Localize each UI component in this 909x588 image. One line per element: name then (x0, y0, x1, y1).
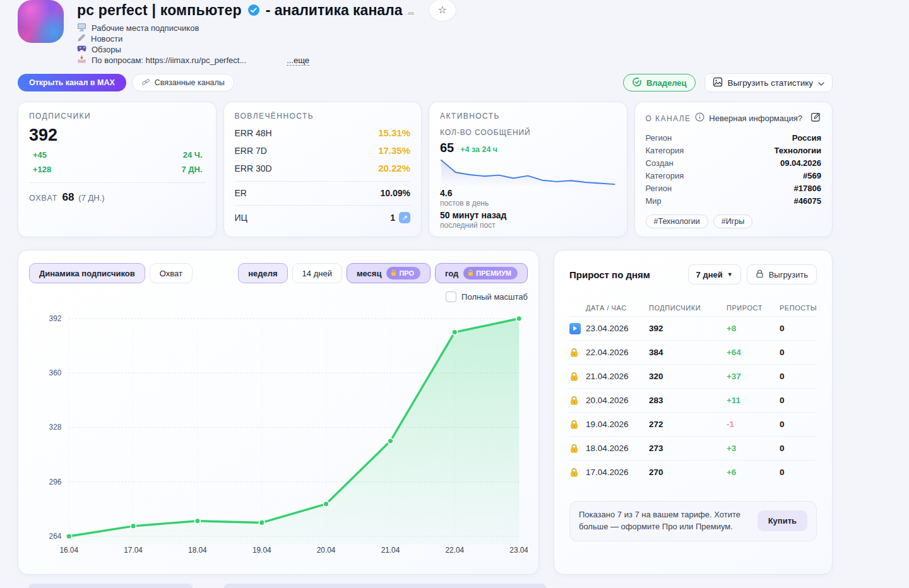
subscribers-card: ПОДПИСЧИКИ 392 +45 24 Ч. +128 7 ДН. ОХВА… (18, 102, 217, 237)
page: pc perfect | компьютер - аналитика канал… (0, 0, 909, 588)
posts-per-day-value: 4.6 (440, 188, 616, 198)
svg-text:328: 328 (49, 423, 62, 432)
delta-24h-row: +45 24 Ч. (29, 150, 205, 160)
stat-cards-row: ПОДПИСЧИКИ 392 +45 24 Ч. +128 7 ДН. ОХВА… (18, 102, 833, 237)
tag-games[interactable]: #Игры (713, 215, 752, 228)
row-growth: +11 (727, 396, 780, 405)
table-row: 22.04.2026 384 +64 0 (569, 340, 817, 364)
owner-badge: Владелец (623, 74, 696, 91)
delta-7d-row: +128 7 ДН. (29, 165, 205, 174)
about-value: Россия (792, 133, 821, 143)
monitor-icon (77, 23, 86, 33)
tag-technology[interactable]: #Технологии (646, 215, 708, 228)
premium-badge-label: ПРЕМИУМ (476, 269, 511, 277)
metric-label: ERR 48H (235, 128, 272, 138)
metric-label: ИЦ (235, 213, 247, 223)
activity-card: АКТИВНОСТЬ КОЛ-ВО СООБЩЕНИЙ 65 +4 за 24 … (429, 102, 627, 237)
svg-text:360: 360 (49, 368, 62, 377)
lock-icon[interactable] (569, 420, 586, 430)
period-14days-button[interactable]: 14 дней (292, 263, 342, 283)
image-icon (713, 77, 723, 89)
lock-icon[interactable] (569, 348, 586, 358)
row-date: 18.04.2026 (586, 444, 649, 453)
delta-24h-label: 24 Ч. (183, 150, 203, 160)
period-month-label: месяц (357, 269, 381, 278)
lock-icon (391, 269, 396, 278)
daily-growth-panel: Прирост по дням 7 дней ▼ Выгрузить ДАТА … (554, 250, 833, 575)
delta-24h-value: +45 (33, 150, 47, 160)
card-title: О КАНАЛЕ (646, 114, 691, 123)
column-date: ДАТА / ЧАС (586, 304, 649, 312)
next-section-stub (224, 584, 546, 588)
table-row: 23.04.2026 392 +8 0 (569, 316, 817, 340)
er-row: ER 10.09% (235, 188, 411, 198)
report-wrong-info-link[interactable]: Неверная информация? (709, 114, 802, 123)
trend-up-link[interactable]: ↗ (399, 212, 410, 223)
about-label: Создан (646, 158, 674, 168)
row-subscribers: 384 (649, 348, 727, 357)
about-row: Мир#46075 (646, 194, 822, 207)
lock-icon[interactable] (569, 444, 586, 454)
period-month-button[interactable]: месяц ПРО (347, 263, 431, 283)
tab-subscribers-dynamics[interactable]: Динамика подписчиков (29, 263, 145, 283)
verified-icon (247, 4, 260, 16)
subscribers-chart-panel: Динамика подписчиков Охват неделя 14 дне… (18, 250, 539, 575)
row-reposts: 0 (780, 444, 817, 453)
next-section-stub (28, 584, 193, 588)
row-date: 23.04.2026 (586, 324, 649, 333)
about-value: Технологии (775, 146, 821, 155)
svg-text:18.04: 18.04 (188, 546, 207, 555)
growth-panel-title: Прирост по дням (569, 269, 688, 280)
related-channels-button[interactable]: Связанные каналы (132, 74, 234, 91)
table-header: ДАТА / ЧАС ПОДПИСЧИКИ ПРИРОСТ РЕПОСТЫ (569, 300, 817, 316)
lock-icon[interactable] (569, 396, 586, 406)
tab-reach[interactable]: Охват (150, 263, 193, 283)
pen-icon (77, 33, 86, 44)
export-stats-button[interactable]: Выгрузить статистику (704, 73, 833, 92)
messages-delta: +4 за 24 ч (460, 145, 497, 154)
svg-text:20.04: 20.04 (317, 546, 336, 555)
star-icon: ☆ (437, 5, 446, 15)
column-reposts: РЕПОСТЫ (780, 304, 817, 312)
period-year-button[interactable]: год ПРЕМИУМ (435, 263, 528, 283)
period-week-button[interactable]: неделя (238, 263, 287, 283)
metric-value: 1 (390, 213, 395, 223)
arrow-up-right-icon: ↗ (401, 214, 407, 222)
row-date: 21.04.2026 (586, 372, 649, 381)
lock-icon[interactable] (569, 467, 586, 478)
channel-description: Рабочие места подписчиков Новости Обзоры… (77, 23, 833, 66)
lock-icon (468, 269, 473, 278)
metric-label: ERR 30D (235, 163, 272, 173)
period-select-value: 7 дней (696, 270, 723, 279)
about-label: Категория (646, 146, 684, 155)
row-date: 19.04.2026 (586, 420, 649, 429)
card-title: ПОДПИСЧИКИ (29, 112, 205, 121)
lock-icon[interactable] (569, 372, 586, 382)
actions-row: Открыть канал в MAX Связанные каналы Вла… (18, 74, 833, 91)
metric-value: 15.31% (378, 127, 410, 138)
about-row: Категория#569 (646, 169, 822, 182)
edit-button[interactable] (811, 112, 821, 125)
description-line: Обзоры (77, 44, 833, 55)
posts-per-day-label: постов в день (440, 199, 616, 208)
about-value: #17806 (794, 184, 821, 193)
show-more-link[interactable]: ...еще (287, 56, 309, 66)
favorite-button[interactable]: ☆ (429, 0, 456, 21)
description-line: По вопросам: https://iimax.ru/pc_perfect… (77, 55, 833, 66)
full-scale-checkbox[interactable] (446, 291, 456, 302)
about-label: Регион (646, 133, 672, 143)
tariff-note: Показано 7 из 7 на вашем тарифе. Хотите … (569, 501, 817, 541)
messages-count-value: 65 (440, 141, 454, 155)
column-growth: ПРИРОСТ (727, 304, 780, 312)
svg-text:16.04: 16.04 (59, 546, 78, 555)
export-table-button[interactable]: Выгрузить (747, 264, 817, 285)
period-select[interactable]: 7 дней ▼ (688, 264, 741, 285)
row-growth: +8 (727, 324, 780, 333)
inbox-icon (77, 55, 86, 66)
title-expand-link[interactable]: ... (408, 8, 413, 15)
open-in-max-button[interactable]: Открыть канал в MAX (18, 74, 126, 91)
link-icon (141, 78, 150, 88)
buy-button[interactable]: Купить (758, 510, 807, 531)
premium-badge: ПРЕМИУМ (463, 267, 518, 279)
play-icon[interactable] (569, 323, 581, 334)
